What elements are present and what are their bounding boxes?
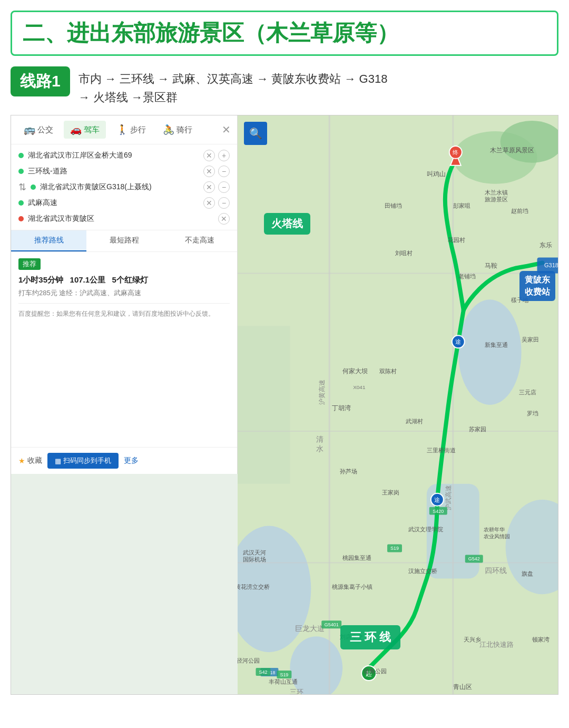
svg-text:武湖村: 武湖村	[406, 418, 423, 424]
svg-text:武汉文理学院: 武汉文理学院	[408, 526, 443, 532]
svg-text:黄花涝立交桥: 黄花涝立交桥	[238, 584, 270, 590]
svg-text:丁胡湾: 丁胡湾	[332, 404, 351, 412]
svg-text:水: 水	[316, 444, 323, 453]
route-lights: 5个红绿灯	[112, 275, 148, 284]
clear-btn-2[interactable]: ✕	[203, 166, 215, 177]
svg-text:吴家田: 吴家田	[522, 337, 539, 343]
svg-text:汉施立交桥: 汉施立交桥	[408, 568, 437, 575]
svg-text:东乐: 东乐	[540, 241, 553, 249]
input-row-2: 三环线-道路 ✕ −	[18, 166, 230, 177]
svg-text:径河公园: 径河公园	[238, 657, 260, 664]
nav-panel: 🚌 公交 🚗 驾车 🚶 步行 🚴 骑行 ✕	[11, 115, 238, 474]
svg-text:刘咀村: 刘咀村	[395, 250, 413, 256]
save-label: 收藏	[27, 456, 42, 465]
input-actions-5: ✕	[218, 213, 230, 225]
swap-icon[interactable]: ⇅	[18, 181, 26, 193]
sync-button[interactable]: ▦ 扫码同步到手机	[47, 453, 119, 469]
svg-text:G318: G318	[544, 263, 558, 269]
svg-text:沪武高速: 沪武高速	[445, 485, 452, 510]
tab-walk[interactable]: 🚶 步行	[110, 121, 152, 139]
nav-tabs: 🚌 公交 🚗 驾车 🚶 步行 🚴 骑行 ✕	[11, 115, 237, 144]
dot-start-4	[18, 200, 24, 206]
option-recommend[interactable]: 推荐路线	[11, 230, 86, 251]
svg-text:桃园集至通: 桃园集至通	[342, 555, 371, 561]
route-inputs: 湖北省武汉市江岸区金桥大道69 ✕ + 三环线-道路 ✕ − ⇅	[11, 144, 237, 230]
bottom-actions: ★ 收藏 ▦ 扫码同步到手机 更多	[11, 447, 237, 474]
svg-text:S19: S19	[390, 546, 399, 551]
dot-start-1	[18, 153, 24, 158]
tab-bike-label: 骑行	[176, 125, 192, 135]
input-text-5: 湖北省武汉市黄陂区	[28, 214, 214, 224]
map-area: 🔍	[238, 115, 558, 694]
svg-text:田铺垱: 田铺垱	[385, 202, 402, 209]
minus-btn-2[interactable]: −	[218, 166, 230, 177]
svg-text:何家大坝: 何家大坝	[342, 367, 368, 375]
route-detail: 打车约285元 途经：沪武高速、武麻高速	[18, 288, 230, 298]
svg-text:旗盘: 旗盘	[522, 571, 533, 577]
walk-icon: 🚶	[116, 124, 128, 135]
svg-text:马鞍: 马鞍	[485, 263, 497, 270]
svg-text:孙芦场: 孙芦场	[340, 468, 357, 474]
recommend-section: 推荐 1小时35分钟 107.1公里 5个红绿灯 打车约285元 途经：沪武高速…	[11, 252, 237, 447]
notice-text: 百度提醒您：如果您有任何意见和建议，请到百度地图投诉中心反馈。	[18, 303, 230, 318]
tab-bus[interactable]: 🚌 公交	[17, 121, 60, 139]
clear-btn-4[interactable]: ✕	[203, 197, 215, 209]
route-badge: 线路1	[11, 66, 70, 96]
svg-rect-7	[238, 326, 290, 484]
route-description: 市内 → 三环线 → 武麻、汉英高速 → 黄陂东收费站 → G318 → 火塔线…	[79, 66, 388, 106]
dot-start-2	[18, 169, 24, 174]
svg-text:罗垱: 罗垱	[527, 410, 538, 416]
svg-text:顿家湾: 顿家湾	[532, 637, 550, 643]
svg-text:三元店: 三元店	[519, 389, 536, 395]
close-button[interactable]: ✕	[222, 123, 231, 136]
svg-text:清: 清	[316, 435, 323, 443]
input-text-4: 武麻高速	[28, 198, 199, 208]
svg-text:桃源集葛子小镇: 桃源集葛子小镇	[332, 584, 372, 590]
input-row-1: 湖北省武汉市江岸区金桥大道69 ✕ +	[18, 150, 230, 161]
recommend-label: 推荐	[18, 258, 41, 270]
svg-point-4	[290, 637, 342, 695]
map-search-button[interactable]: 🔍	[244, 122, 267, 145]
route-summary: 1小时35分钟 107.1公里 5个红绿灯	[18, 275, 230, 285]
svg-text:新集至通: 新集至通	[485, 342, 508, 348]
map-label-sanhuan: 三 环 线	[340, 625, 400, 649]
svg-text:叫鸡山: 叫鸡山	[427, 170, 446, 178]
svg-text:王家岗: 王家岗	[382, 489, 399, 496]
tab-drive[interactable]: 🚗 驾车	[64, 121, 106, 139]
svg-text:江北快速路: 江北快速路	[479, 641, 514, 649]
svg-text:终: 终	[453, 149, 458, 156]
tab-bike[interactable]: 🚴 骑行	[156, 121, 199, 139]
svg-text:赵前垱: 赵前垱	[511, 208, 528, 214]
clear-btn-5[interactable]: ✕	[218, 213, 230, 225]
map-label-huota: 火塔线	[264, 213, 310, 235]
bus-icon: 🚌	[24, 124, 35, 135]
svg-text:武汉天河: 武汉天河	[243, 550, 266, 556]
search-icon: 🔍	[249, 127, 262, 140]
svg-text:G542: G542	[468, 557, 480, 562]
svg-text:农耕年华: 农耕年华	[484, 527, 505, 532]
svg-text:堤角公园: 堤角公园	[363, 668, 387, 674]
option-shortest[interactable]: 最短路程	[86, 230, 162, 251]
add-btn-1[interactable]: +	[218, 150, 230, 161]
minus-btn-4[interactable]: −	[218, 197, 230, 209]
svg-text:双陈村: 双陈村	[379, 368, 397, 374]
svg-text:S42: S42	[259, 669, 267, 675]
map-container: 🚌 公交 🚗 驾车 🚶 步行 🚴 骑行 ✕	[11, 115, 558, 695]
more-button[interactable]: 更多	[124, 456, 139, 465]
clear-btn-3[interactable]: ✕	[203, 181, 215, 193]
save-button[interactable]: ★ 收藏	[18, 456, 42, 465]
svg-text:农业风情园: 农业风情园	[484, 533, 510, 539]
route-distance: 107.1公里	[70, 275, 106, 284]
minus-btn-3[interactable]: −	[218, 181, 230, 193]
tab-drive-label: 驾车	[84, 125, 100, 135]
clear-btn-1[interactable]: ✕	[203, 150, 215, 161]
option-no-highway[interactable]: 不走高速	[162, 230, 237, 251]
tab-bus-label: 公交	[37, 125, 53, 135]
input-actions-1: ✕ +	[203, 150, 230, 161]
svg-text:三里桥街道: 三里桥街道	[427, 447, 456, 453]
svg-text:彭家咀: 彭家咀	[453, 202, 470, 209]
star-icon: ★	[18, 457, 25, 465]
input-text-2: 三环线-道路	[28, 167, 199, 176]
svg-text:木兰水镇: 木兰水镇	[485, 189, 508, 196]
svg-text:沪黄高速: 沪黄高速	[318, 380, 326, 405]
